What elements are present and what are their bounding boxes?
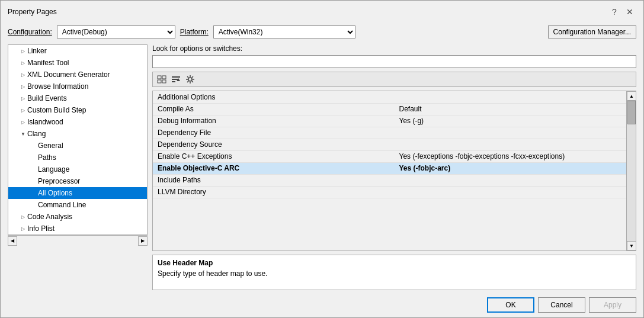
svg-rect-0 bbox=[158, 76, 161, 79]
search-section: Look for options or switches: bbox=[152, 44, 636, 68]
sidebar-item-command-line[interactable]: Command Line bbox=[8, 199, 147, 211]
sidebar-item-label: Info Plist bbox=[27, 224, 55, 233]
chevron-right-icon: ▷ bbox=[19, 59, 27, 67]
scrollbar-track[interactable] bbox=[627, 101, 636, 241]
chevron-right-icon: ▷ bbox=[19, 118, 27, 126]
spacer-icon bbox=[30, 201, 38, 209]
table-row[interactable]: Include Paths bbox=[153, 174, 636, 186]
config-select[interactable]: Active(Debug) bbox=[57, 25, 175, 38]
chevron-right-icon: ▷ bbox=[19, 94, 27, 102]
chevron-right-icon: ▷ bbox=[19, 70, 27, 79]
chevron-down-icon: ▼ bbox=[19, 130, 27, 138]
main-content: ▷ Linker ▷ Manifest Tool ▷ XML Document … bbox=[1, 42, 643, 295]
svg-line-14 bbox=[192, 81, 193, 82]
config-label: Configuration: bbox=[8, 28, 52, 36]
toolbar-sort-button[interactable] bbox=[169, 73, 182, 85]
scroll-right-button[interactable]: ▶ bbox=[138, 236, 148, 246]
sidebar-item-preprocessor[interactable]: Preprocessor bbox=[8, 175, 147, 187]
svg-rect-5 bbox=[172, 79, 178, 80]
chevron-right-icon: ▷ bbox=[19, 82, 27, 91]
sidebar-item-label: Linker bbox=[27, 47, 47, 55]
platform-select[interactable]: Active(Win32) bbox=[213, 25, 355, 38]
search-input[interactable] bbox=[152, 55, 636, 68]
spacer-icon bbox=[30, 142, 38, 150]
ok-button[interactable]: OK bbox=[487, 297, 534, 313]
sidebar-item-custom-build-step[interactable]: ▷ Custom Build Step bbox=[8, 104, 147, 116]
button-row: OK Cancel Apply bbox=[1, 295, 643, 317]
option-value: Default bbox=[395, 103, 636, 115]
sidebar-item-language[interactable]: Language bbox=[8, 163, 147, 175]
option-value: Yes (-g) bbox=[395, 115, 636, 127]
help-button[interactable]: ? bbox=[608, 5, 621, 18]
sidebar-item-linker[interactable]: ▷ Linker bbox=[8, 45, 147, 57]
table-row[interactable]: Additional Options bbox=[153, 91, 636, 103]
options-table-container: Additional Options Compile As Default De… bbox=[152, 91, 636, 251]
toolbar-list-view-button[interactable] bbox=[155, 73, 168, 85]
option-value: Yes (-fexceptions -fobjc-exceptions -fcx… bbox=[395, 150, 636, 162]
scroll-left-button[interactable]: ◀ bbox=[8, 236, 17, 246]
spacer-icon bbox=[30, 177, 38, 185]
options-toolbar bbox=[152, 72, 636, 87]
vertical-scrollbar[interactable]: ▲ ▼ bbox=[626, 91, 636, 250]
configuration-row: Configuration: Active(Debug) Platform: A… bbox=[1, 22, 643, 42]
sidebar-item-label: Paths bbox=[38, 153, 56, 162]
sidebar-item-xml-doc[interactable]: ▷ XML Document Generator bbox=[8, 69, 147, 81]
sidebar-item-info-plist[interactable]: ▷ Info Plist bbox=[8, 223, 147, 235]
spacer-icon bbox=[30, 189, 38, 197]
sidebar-item-label: Preprocessor bbox=[38, 177, 80, 185]
sidebar-item-label: Browse Information bbox=[27, 82, 88, 91]
chevron-right-icon: ▷ bbox=[19, 106, 27, 114]
sidebar-item-all-options[interactable]: All Options bbox=[8, 187, 147, 199]
svg-rect-4 bbox=[172, 76, 180, 78]
sidebar-item-islandwood[interactable]: ▷ Islandwood bbox=[8, 116, 147, 128]
sort-icon bbox=[171, 75, 181, 84]
option-name: Include Paths bbox=[153, 174, 395, 186]
table-row[interactable]: Debug Information Yes (-g) bbox=[153, 115, 636, 127]
table-row[interactable]: Enable Objective-C ARC Yes (-fobjc-arc) bbox=[153, 162, 636, 174]
sidebar-item-code-analysis[interactable]: ▷ Code Analysis bbox=[8, 211, 147, 223]
chevron-right-icon: ▷ bbox=[19, 47, 27, 55]
svg-line-15 bbox=[192, 76, 193, 78]
option-value: Yes (-fobjc-arc) bbox=[395, 162, 636, 174]
scroll-up-button[interactable]: ▲ bbox=[627, 91, 636, 101]
search-label: Look for options or switches: bbox=[152, 44, 636, 53]
sidebar-tree: ▷ Linker ▷ Manifest Tool ▷ XML Document … bbox=[8, 44, 148, 235]
option-value bbox=[395, 127, 636, 139]
sidebar-item-clang[interactable]: ▼ Clang bbox=[8, 128, 147, 140]
right-panel: Look for options or switches: bbox=[152, 44, 636, 290]
sidebar-item-paths[interactable]: Paths bbox=[8, 152, 147, 163]
cancel-button[interactable]: Cancel bbox=[538, 297, 585, 313]
spacer-icon bbox=[30, 153, 38, 162]
sidebar-hscroll-track[interactable] bbox=[17, 236, 138, 246]
table-row[interactable]: Compile As Default bbox=[153, 103, 636, 115]
sidebar-item-browse-info[interactable]: ▷ Browse Information bbox=[8, 81, 147, 92]
apply-button[interactable]: Apply bbox=[589, 297, 636, 313]
sidebar-item-label: Command Line bbox=[38, 201, 86, 209]
table-row[interactable]: Dependency Source bbox=[153, 139, 636, 150]
options-table-scroll[interactable]: Additional Options Compile As Default De… bbox=[153, 91, 636, 250]
toolbar-settings-button[interactable] bbox=[184, 73, 197, 85]
property-pages-dialog: Property Pages ? ✕ Configuration: Active… bbox=[0, 0, 644, 318]
sidebar-item-general[interactable]: General bbox=[8, 140, 147, 152]
chevron-right-icon: ▷ bbox=[19, 224, 27, 233]
svg-rect-2 bbox=[158, 80, 161, 83]
table-row[interactable]: LLVM Directory bbox=[153, 186, 636, 198]
svg-rect-3 bbox=[162, 80, 166, 83]
option-value bbox=[395, 174, 636, 186]
option-name: Dependency File bbox=[153, 127, 395, 139]
close-button[interactable]: ✕ bbox=[623, 5, 636, 18]
platform-label: Platform: bbox=[180, 28, 209, 36]
option-value bbox=[395, 139, 636, 150]
list-view-icon bbox=[157, 75, 166, 84]
sidebar-item-build-events[interactable]: ▷ Build Events bbox=[8, 92, 147, 104]
svg-line-13 bbox=[187, 76, 188, 78]
sidebar-hscroll-bar: ◀ ▶ bbox=[8, 235, 148, 246]
config-manager-button[interactable]: Configuration Manager... bbox=[548, 25, 636, 38]
dialog-title: Property Pages bbox=[8, 8, 57, 16]
table-row[interactable]: Enable C++ Exceptions Yes (-fexceptions … bbox=[153, 150, 636, 162]
scrollbar-thumb[interactable] bbox=[627, 101, 636, 124]
table-row[interactable]: Dependency File bbox=[153, 127, 636, 139]
sidebar-item-label: Code Analysis bbox=[27, 213, 72, 221]
scroll-down-button[interactable]: ▼ bbox=[627, 241, 636, 250]
sidebar-item-manifest-tool[interactable]: ▷ Manifest Tool bbox=[8, 57, 147, 69]
